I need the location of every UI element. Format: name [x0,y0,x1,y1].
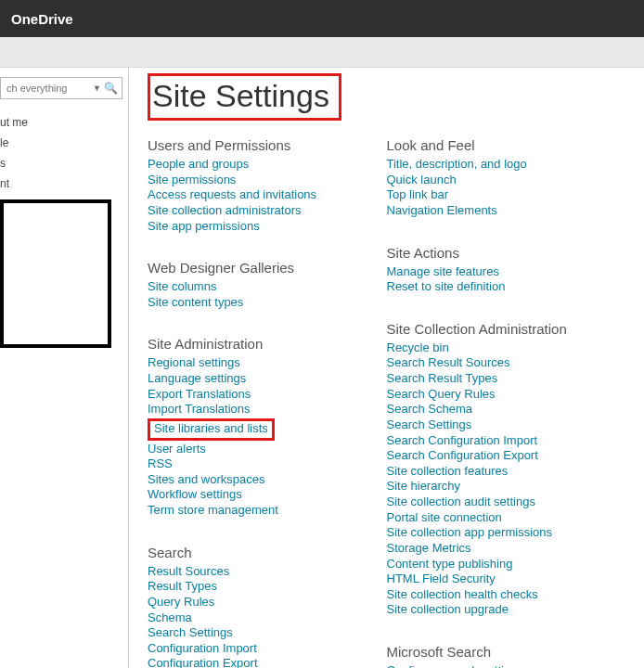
link-navigation-elements[interactable]: Navigation Elements [387,203,604,219]
link-workflow-settings[interactable]: Workflow settings [148,487,365,503]
link-result-sources[interactable]: Result Sources [148,564,365,580]
link-search-settings[interactable]: Search Settings [387,418,604,433]
sidebar-item[interactable]: nt [0,173,122,194]
search-icon[interactable]: 🔍 [104,82,118,95]
sidebar-item[interactable]: s [0,153,122,173]
link-html-field-security[interactable]: HTML Field Security [387,572,604,587]
link-site-collection-app-permissions[interactable]: Site collection app permissions [387,525,604,541]
link-regional-settings[interactable]: Regional settings [148,355,365,371]
link-access-requests-and-invitations[interactable]: Access requests and invitations [148,187,365,203]
link-configuration-import[interactable]: Configuration Import [148,641,365,657]
link-recycle-bin[interactable]: Recycle bin [387,340,604,356]
link-user-alerts[interactable]: User alerts [148,442,365,457]
link-site-permissions[interactable]: Site permissions [148,173,365,188]
redacted-box [0,199,111,348]
link-schema[interactable]: Schema [148,610,365,626]
section-heading: Site Administration [148,336,365,352]
app-title: OneDrive [11,11,73,27]
section-heading: Look and Feel [387,137,604,153]
sidebar-item[interactable]: ut me [0,112,122,133]
link-search-schema[interactable]: Search Schema [387,402,604,418]
section-users-and-permissions: Users and PermissionsPeople and groupsSi… [148,137,365,234]
settings-column-left: Users and PermissionsPeople and groupsSi… [148,137,387,668]
section-heading: Search [148,545,365,560]
link-result-types[interactable]: Result Types [148,579,365,595]
section-heading: Users and Permissions [148,137,365,153]
link-sites-and-workspaces[interactable]: Sites and workspaces [148,472,365,488]
link-portal-site-connection[interactable]: Portal site connection [387,510,604,526]
link-search-configuration-export[interactable]: Search Configuration Export [387,448,604,464]
link-configure-search-settings[interactable]: Configure search settings [387,663,604,668]
section-heading: Web Designer Galleries [148,260,365,276]
link-content-type-publishing[interactable]: Content type publishing [387,557,604,572]
link-site-collection-upgrade[interactable]: Site collection upgrade [387,602,604,618]
section-site-administration: Site AdministrationRegional settingsLang… [148,336,365,518]
section-site-actions: Site ActionsManage site featuresReset to… [387,245,604,295]
link-search-settings[interactable]: Search Settings [148,625,365,641]
link-term-store-management[interactable]: Term store management [148,503,365,519]
top-bar: OneDrive [0,0,644,37]
link-query-rules[interactable]: Query Rules [148,595,365,610]
link-storage-metrics[interactable]: Storage Metrics [387,541,604,557]
link-search-configuration-import[interactable]: Search Configuration Import [387,433,604,449]
settings-column-right: Look and FeelTitle, description, and log… [387,137,626,668]
main-content: Site Settings Users and PermissionsPeopl… [129,68,644,668]
link-people-and-groups[interactable]: People and groups [148,157,365,173]
link-title-description-and-logo[interactable]: Title, description, and logo [387,157,604,173]
link-search-query-rules[interactable]: Search Query Rules [387,387,604,403]
link-search-result-types[interactable]: Search Result Types [387,371,604,387]
link-site-collection-audit-settings[interactable]: Site collection audit settings [387,495,604,510]
link-quick-launch[interactable]: Quick launch [387,173,604,188]
link-site-collection-features[interactable]: Site collection features [387,464,604,480]
left-sidebar: ▼ 🔍 ut melesnt [0,68,129,668]
section-search: SearchResult SourcesResult TypesQuery Ru… [148,545,365,668]
link-site-collection-health-checks[interactable]: Site collection health checks [387,587,604,603]
link-reset-to-site-definition[interactable]: Reset to site definition [387,279,604,295]
link-site-columns[interactable]: Site columns [148,279,365,295]
link-language-settings[interactable]: Language settings [148,371,365,387]
chevron-down-icon[interactable]: ▼ [93,84,101,93]
link-manage-site-features[interactable]: Manage site features [387,264,604,280]
search-box[interactable]: ▼ 🔍 [0,77,122,99]
link-configuration-export[interactable]: Configuration Export [148,656,365,668]
link-site-app-permissions[interactable]: Site app permissions [148,219,365,235]
search-input[interactable] [5,82,90,95]
link-site-libraries-and-lists[interactable]: Site libraries and lists [148,418,275,441]
link-rss[interactable]: RSS [148,456,365,472]
link-site-hierarchy[interactable]: Site hierarchy [387,479,604,495]
section-site-collection-administration: Site Collection AdministrationRecycle bi… [387,321,604,618]
section-look-and-feel: Look and FeelTitle, description, and log… [387,137,604,219]
link-site-collection-administrators[interactable]: Site collection administrators [148,203,365,219]
section-heading: Microsoft Search [387,644,604,660]
page-title: Site Settings [148,73,341,121]
sidebar-item[interactable]: le [0,133,122,153]
ribbon [0,37,644,68]
link-export-translations[interactable]: Export Translations [148,387,365,403]
section-microsoft-search: Microsoft SearchConfigure search setting… [387,644,604,668]
link-search-result-sources[interactable]: Search Result Sources [387,355,604,371]
section-web-designer-galleries: Web Designer GalleriesSite columnsSite c… [148,260,365,310]
section-heading: Site Actions [387,245,604,261]
section-heading: Site Collection Administration [387,321,604,337]
link-top-link-bar[interactable]: Top link bar [387,187,604,203]
link-import-translations[interactable]: Import Translations [148,402,365,418]
link-site-content-types[interactable]: Site content types [148,295,365,311]
